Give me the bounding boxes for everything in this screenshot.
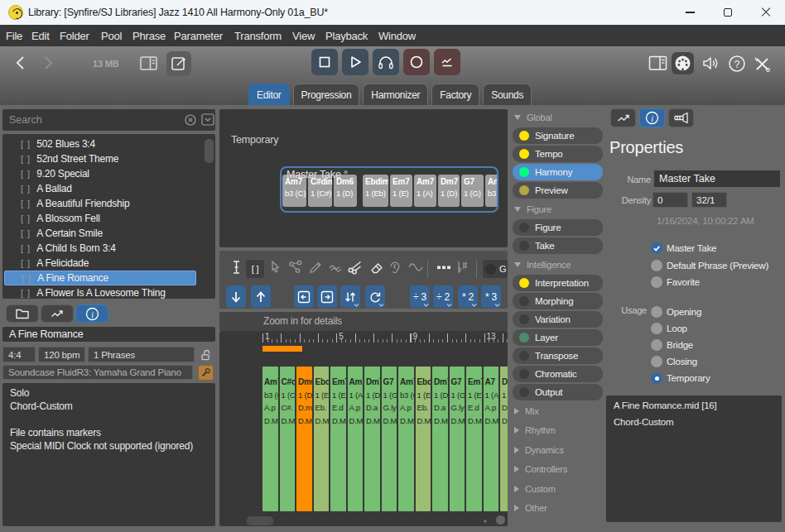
checkbox-favorite[interactable]: Favorite bbox=[651, 276, 700, 288]
param-layer[interactable]: Layer bbox=[513, 329, 603, 346]
chord-column[interactable]: Dm71 (D)D.aD.M bbox=[364, 367, 380, 511]
radio-temporary[interactable]: Temporary bbox=[651, 372, 710, 384]
param-section-figure[interactable]: Figure bbox=[514, 204, 605, 214]
playback-range-bar[interactable] bbox=[262, 346, 302, 352]
checkbox-master-take[interactable]: Master Take bbox=[651, 242, 716, 254]
multiply-3-button[interactable]: * 3 bbox=[481, 285, 501, 308]
chord-pill[interactable]: Am7b3 (C) bbox=[485, 175, 498, 207]
nav-back-button[interactable] bbox=[12, 54, 30, 72]
chord-column[interactable]: Em71 (E)E.dD.M bbox=[330, 367, 346, 511]
chord-column-current[interactable]: Dm61 (D)D.mD.M bbox=[296, 367, 312, 511]
zoom-dot-small[interactable] bbox=[484, 520, 487, 523]
multiply-2-button[interactable]: * 2 bbox=[458, 285, 478, 308]
tools-icon[interactable] bbox=[752, 54, 773, 74]
search-filter-dropdown[interactable] bbox=[201, 113, 214, 126]
list-item[interactable]: [ ]A Felicidade bbox=[4, 256, 196, 271]
param-section-mix[interactable]: Mix bbox=[514, 405, 605, 416]
param-tempo[interactable]: Tempo bbox=[513, 146, 603, 162]
divide-3-button[interactable]: ÷ 3 bbox=[410, 285, 430, 308]
audition-button[interactable] bbox=[373, 49, 399, 75]
chord-column[interactable]: Am7b3 (C)A.pD.M bbox=[262, 367, 278, 511]
param-morphing[interactable]: Morphing bbox=[513, 293, 603, 309]
list-item[interactable]: [ ]9.20 Special bbox=[4, 166, 196, 181]
radio-bridge[interactable]: Bridge bbox=[651, 339, 693, 351]
param-harmony[interactable]: Harmony bbox=[513, 164, 603, 180]
shift-right-button[interactable] bbox=[317, 285, 337, 308]
edit-mode-button[interactable] bbox=[166, 51, 191, 76]
param-section-rhythm[interactable]: Rhythm bbox=[514, 425, 605, 436]
play-button[interactable] bbox=[342, 49, 368, 75]
sound-field[interactable]: Soundcase FluidR3: Yamaha Grand Piano bbox=[2, 365, 193, 380]
stop-button[interactable] bbox=[311, 49, 338, 75]
search-input[interactable] bbox=[9, 113, 175, 127]
checkbox-default-phrase-preview-[interactable]: Default Phrase (Preview) bbox=[651, 260, 768, 271]
rotate-button[interactable] bbox=[365, 285, 385, 308]
radio-opening[interactable]: Opening bbox=[651, 306, 701, 318]
maximize-button[interactable] bbox=[709, 0, 747, 25]
panel-layout-icon[interactable] bbox=[648, 55, 668, 72]
pencil-tool-icon[interactable] bbox=[307, 258, 324, 276]
master-take-block[interactable]: Master Take ° Am7b3 (C)C#dim1 (C#)Dm61 (… bbox=[280, 166, 498, 213]
grid-toggle-button[interactable]: G bbox=[483, 260, 508, 278]
list-item[interactable]: [ ]A Blossom Fell bbox=[4, 211, 196, 226]
chord-column[interactable]: Ebdim1 (Eb)Eb.D.M bbox=[314, 367, 330, 511]
list-item[interactable]: [ ]A Ballad bbox=[4, 181, 196, 196]
param-section-dynamics[interactable]: Dynamics bbox=[514, 444, 605, 455]
param-signature[interactable]: Signature bbox=[513, 127, 603, 144]
param-section-global[interactable]: Global bbox=[514, 112, 605, 122]
nav-forward-button[interactable] bbox=[39, 54, 57, 72]
more-options-icon[interactable] bbox=[435, 258, 453, 276]
tab-progression[interactable]: Progression bbox=[293, 84, 360, 105]
midi-settings-button[interactable] bbox=[672, 52, 694, 74]
minimize-button[interactable] bbox=[671, 0, 709, 25]
param-chromatic[interactable]: Chromatic bbox=[513, 366, 603, 382]
audio-output-icon[interactable] bbox=[701, 53, 721, 74]
tab-prop-info[interactable]: i bbox=[639, 108, 665, 127]
radio-loop[interactable]: Loop bbox=[651, 323, 687, 334]
record-button[interactable] bbox=[403, 49, 430, 75]
chord-pill[interactable]: G71 (G) bbox=[461, 175, 484, 207]
chord-column[interactable]: Dm71 (D)D.aD.M bbox=[432, 367, 448, 511]
list-item-selected[interactable]: [ ]A Fine Romance bbox=[4, 271, 196, 285]
tempo-field[interactable]: 120 bpm bbox=[38, 347, 85, 362]
chord-column[interactable]: Em71 (E)E.dD.M bbox=[466, 367, 482, 511]
library-scrollbar-thumb[interactable] bbox=[205, 139, 214, 163]
search-clear-icon[interactable] bbox=[185, 114, 196, 126]
chord-column[interactable]: Ebdim1 (Eb)Eb.D.M bbox=[416, 367, 431, 511]
phrases-field[interactable]: 1 Phrases bbox=[88, 347, 195, 362]
menu-view[interactable]: View bbox=[292, 30, 315, 42]
menu-transform[interactable]: Transform bbox=[234, 30, 282, 42]
param-section-custom[interactable]: Custom bbox=[514, 483, 605, 494]
chord-pill[interactable]: Ebdim1 (Eb) bbox=[363, 175, 388, 207]
tab-folders[interactable] bbox=[6, 304, 39, 323]
tab-chart[interactable] bbox=[41, 304, 74, 323]
meter-field[interactable]: 4:4 bbox=[2, 347, 36, 362]
tab-editor[interactable]: Editor bbox=[248, 84, 290, 105]
listen-tool-icon[interactable] bbox=[388, 258, 404, 276]
menu-parameter[interactable]: Parameter bbox=[174, 30, 223, 42]
param-section-intelligence[interactable]: Intelligence bbox=[514, 259, 605, 270]
monitor-button[interactable] bbox=[434, 49, 460, 75]
share-tool-icon[interactable] bbox=[287, 258, 304, 276]
close-button[interactable] bbox=[747, 0, 785, 25]
chord-pill[interactable]: Em71 (E) bbox=[390, 175, 412, 207]
param-output[interactable]: Output bbox=[513, 384, 603, 400]
tab-factory[interactable]: Factory bbox=[431, 84, 479, 105]
divide-2-button[interactable]: ÷ 2 bbox=[433, 285, 453, 308]
menu-playback[interactable]: Playback bbox=[325, 30, 368, 42]
param-transpose[interactable]: Transpose bbox=[513, 347, 603, 364]
sine-tool-icon[interactable] bbox=[407, 258, 425, 276]
tab-prop-instrument[interactable] bbox=[668, 108, 694, 127]
list-item[interactable]: [ ]52nd Street Theme bbox=[4, 151, 196, 166]
list-item[interactable]: [ ]A Beautiful Friendship bbox=[4, 196, 196, 211]
tab-sounds[interactable]: Sounds bbox=[483, 84, 532, 105]
menu-window[interactable]: Window bbox=[378, 30, 416, 42]
chord-column[interactable]: Am7b3 (C)A.pD.M bbox=[398, 367, 414, 511]
tab-info[interactable]: i bbox=[75, 304, 108, 323]
accidentals-icon[interactable] bbox=[455, 258, 470, 276]
insert-below-button[interactable] bbox=[226, 285, 246, 308]
take-name-input[interactable] bbox=[654, 170, 780, 187]
param-section-controllers[interactable]: Controllers bbox=[514, 464, 605, 475]
tab-harmonizer[interactable]: Harmonizer bbox=[363, 84, 428, 105]
insert-above-button[interactable] bbox=[251, 285, 271, 308]
